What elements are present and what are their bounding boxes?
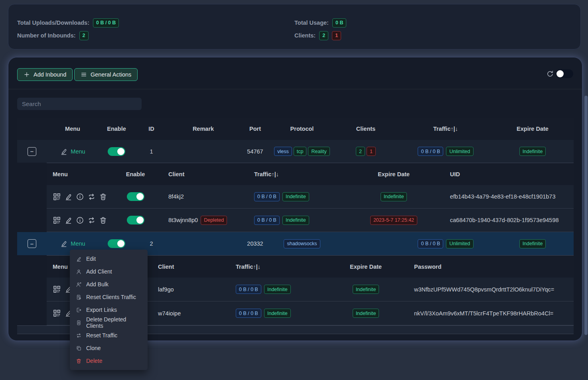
export-links-icon — [76, 307, 82, 313]
menu-item-delete[interactable]: Delete — [70, 354, 148, 367]
add-inbound-label: Add Inbound — [34, 71, 66, 78]
col-menu: Menu — [47, 118, 99, 140]
reset-traffic-icon[interactable] — [87, 193, 96, 201]
client-name: w74ioipe — [152, 301, 232, 325]
info-icon[interactable] — [76, 193, 84, 201]
clients-depleted-badge: 1 — [332, 31, 341, 40]
edit-icon[interactable] — [64, 216, 73, 224]
client-name-cell: 8t3wjnn8p0 Depleted — [152, 209, 244, 232]
expire-cell: 2023-5-7 17:25:42 — [360, 209, 428, 232]
stat-value-badge: 0 B — [332, 18, 346, 28]
stat-total-uploads-downloads: Total Uploads/Downloads: 0 B / 0 B — [17, 18, 119, 28]
expire-cell: Indefinite — [336, 301, 396, 325]
client-actions — [47, 216, 118, 224]
add-client-icon — [76, 269, 82, 275]
traffic-cell: 0 B / 0 B Unlimited — [400, 232, 491, 255]
delete-icon[interactable] — [99, 193, 107, 201]
stats-card: Total Uploads/Downloads: 0 B / 0 B Numbe… — [8, 4, 581, 49]
row-menu-button[interactable]: Menu — [60, 240, 85, 248]
menu-item-add-client[interactable]: Add Client — [70, 265, 148, 278]
reset-clients-traffic-icon — [76, 294, 82, 300]
delete-icon — [76, 358, 82, 364]
traffic-badge: 0 B / 0 B — [254, 192, 280, 201]
expand-column-header — [17, 118, 47, 140]
col-expire-date: Expire Date — [336, 256, 396, 278]
protocol-cell: vless tcp Reality — [272, 140, 332, 163]
menu-item-edit[interactable]: Edit — [70, 252, 148, 265]
traffic-cell: 0 B / 0 B Indefinite — [244, 209, 360, 232]
info-icon[interactable] — [76, 216, 84, 224]
edit-icon[interactable] — [64, 193, 73, 201]
col-uid: UID — [428, 163, 574, 185]
scrollbar-thumb[interactable] — [584, 96, 588, 335]
toolbar-divider — [8, 89, 582, 89]
client-row: 8f4kj2 0 B / 0 B Indefinite Indefinite e… — [47, 185, 574, 209]
col-menu: Menu — [47, 163, 118, 185]
stat-value-badge: 2 — [79, 31, 89, 40]
client-name: 8f4kj2 — [152, 185, 244, 208]
col-traffic-sort[interactable]: Traffic↑|↓ — [232, 256, 336, 278]
col-traffic-sort[interactable]: Traffic↑|↓ — [400, 118, 491, 140]
depleted-badge: Depleted — [201, 216, 227, 225]
enable-toggle[interactable] — [127, 216, 144, 224]
table-header-row: Menu Enable ID Remark Port Protocol Clie… — [17, 118, 574, 140]
traffic-limit-badge: Unlimited — [446, 239, 473, 248]
add-inbound-button[interactable]: Add Inbound — [17, 68, 73, 81]
port-cell: 54767 — [238, 140, 272, 163]
qr-code-icon[interactable] — [53, 285, 61, 293]
col-client: Client — [152, 256, 232, 278]
client-name: laf9go — [152, 278, 232, 301]
inbound-id: 1 — [134, 140, 168, 163]
client-row: 8t3wjnn8p0 Depleted 0 B / 0 B Indefinite… — [47, 209, 574, 232]
client-actions — [47, 193, 118, 201]
traffic-cell: 0 B / 0 B Indefinite — [244, 185, 360, 208]
collapse-row-button[interactable]: − — [28, 239, 36, 248]
traffic-cell: 0 B / 0 B Unlimited — [400, 140, 491, 163]
expire-cell: Indefinite — [360, 185, 428, 208]
stat-label: Total Uploads/Downloads: — [17, 20, 89, 26]
col-expire-date: Expire Date — [491, 118, 574, 140]
qr-code-icon[interactable] — [53, 309, 61, 317]
col-traffic-sort[interactable]: Traffic↑|↓ — [244, 163, 360, 185]
inbound-row-1: − Menu 1 54767 vless tcp Reality 2 1 0 B… — [17, 140, 574, 163]
col-id: ID — [134, 118, 168, 140]
stat-label: Clients: — [294, 32, 316, 39]
add-bulk-icon — [76, 282, 82, 287]
refresh-icon[interactable] — [546, 70, 554, 78]
clients-active-badge: 2 — [356, 147, 365, 156]
row-menu-button[interactable]: Menu — [60, 148, 85, 156]
menu-item-reset-clients-traffic[interactable]: Reset Clients Traffic — [70, 291, 148, 303]
reset-traffic-icon[interactable] — [87, 216, 96, 224]
general-actions-button[interactable]: General Actions — [74, 68, 138, 81]
traffic-limit-badge: Indefinite — [264, 285, 291, 294]
edit-icon — [76, 256, 82, 262]
menu-item-delete-depleted-clients[interactable]: Delete Depleted Clients — [70, 316, 148, 329]
traffic-badge: 0 B / 0 B — [236, 285, 261, 294]
delete-icon[interactable] — [99, 216, 107, 224]
remark-cell — [168, 232, 238, 255]
menu-item-clone[interactable]: Clone — [70, 342, 148, 354]
stat-number-of-inbounds: Number of Inbounds: 2 — [17, 31, 89, 40]
edit-icon — [60, 240, 68, 248]
enable-toggle[interactable] — [108, 239, 125, 248]
client-password: nkV/l/3XoAm9v6xMT/T5lcrF4TpeTKF98rHARbRo… — [396, 301, 574, 325]
menu-item-export-links[interactable]: Export Links — [70, 303, 148, 316]
panel-toggle[interactable] — [556, 69, 573, 78]
col-clients: Clients — [332, 118, 400, 140]
menu-item-add-bulk[interactable]: Add Bulk — [70, 278, 148, 291]
traffic-limit-badge: Indefinite — [282, 192, 309, 201]
clients-cell: 2 1 — [332, 140, 400, 163]
search-input[interactable] — [17, 98, 142, 110]
expire-cell: Indefinite — [491, 140, 574, 163]
delete-depleted-clients-icon — [76, 320, 82, 326]
qr-code-icon[interactable] — [53, 193, 61, 201]
menu-item-reset-traffic[interactable]: Reset Traffic — [70, 329, 148, 342]
traffic-limit-badge: Indefinite — [282, 216, 309, 225]
qr-code-icon[interactable] — [53, 216, 61, 224]
enable-toggle[interactable] — [127, 192, 144, 201]
enable-toggle[interactable] — [108, 147, 125, 156]
col-enable: Enable — [99, 118, 134, 140]
collapse-row-button[interactable]: − — [28, 147, 36, 156]
col-password: Password — [396, 256, 574, 278]
traffic-cell: 0 B / 0 B Indefinite — [232, 301, 336, 325]
